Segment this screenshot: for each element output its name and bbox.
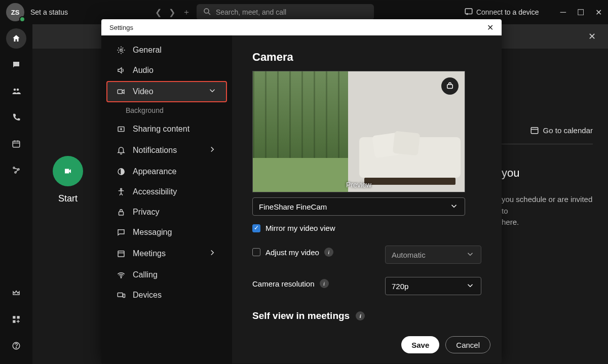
rail-calendar[interactable] xyxy=(6,134,26,154)
info-icon[interactable]: i xyxy=(320,279,329,288)
go-to-calendar-link[interactable]: Go to calendar xyxy=(502,126,593,135)
avatar[interactable]: ZS xyxy=(6,3,24,21)
calendar-icon xyxy=(117,249,126,258)
mirror-row: Mirror my video view xyxy=(252,224,481,232)
search-icon xyxy=(203,7,212,18)
rail-activity[interactable] xyxy=(6,160,26,180)
preview-action-button[interactable] xyxy=(441,77,459,95)
bell-icon xyxy=(117,146,126,155)
cast-icon xyxy=(464,7,473,18)
info-icon[interactable]: i xyxy=(356,311,365,320)
sub-text: you schedule or are invited to here. xyxy=(502,194,593,228)
svg-rect-15 xyxy=(13,320,15,323)
nav-messaging[interactable]: Messaging xyxy=(106,223,227,242)
mirror-label: Mirror my video view xyxy=(265,224,335,232)
svg-point-28 xyxy=(121,277,122,278)
minimize-button[interactable]: ─ xyxy=(560,8,566,17)
rail-home[interactable] xyxy=(6,28,26,49)
camera-heading: Camera xyxy=(252,51,481,64)
resolution-label: Camera resolution xyxy=(252,279,315,288)
svg-rect-29 xyxy=(118,293,123,297)
appearance-icon xyxy=(117,167,126,176)
save-button[interactable]: Save xyxy=(401,336,439,353)
svg-rect-13 xyxy=(13,316,15,318)
camera-preview: Preview xyxy=(252,71,465,192)
search-input[interactable]: Search, meet, and call xyxy=(197,4,374,20)
nav-general[interactable]: General xyxy=(106,41,227,60)
nav-privacy[interactable]: Privacy xyxy=(106,203,227,222)
speaker-icon xyxy=(117,66,126,75)
devices-icon xyxy=(117,291,126,300)
nav-sharing[interactable]: Sharing content xyxy=(106,119,227,139)
right-sidebar-content: Go to calendar you you schedule or are i… xyxy=(502,126,593,228)
svg-point-5 xyxy=(17,89,19,91)
svg-rect-2 xyxy=(465,9,472,14)
rail-premium[interactable] xyxy=(6,283,26,303)
rail-chat[interactable] xyxy=(6,55,26,75)
close-window-button[interactable]: ✕ xyxy=(595,8,602,17)
info-icon[interactable]: i xyxy=(324,248,333,257)
svg-rect-31 xyxy=(447,85,453,89)
wifi-icon xyxy=(117,270,126,279)
search-placeholder: Search, meet, and call xyxy=(216,8,286,16)
svg-rect-25 xyxy=(119,212,124,215)
nav-video-background[interactable]: Background xyxy=(101,103,232,118)
rail-teams[interactable] xyxy=(6,81,26,101)
chat-icon xyxy=(117,228,126,237)
modal-close-button[interactable]: ✕ xyxy=(487,23,493,32)
presence-dot xyxy=(19,16,25,22)
mirror-checkbox[interactable] xyxy=(252,224,260,232)
rail-apps[interactable] xyxy=(6,309,26,330)
rail-help[interactable] xyxy=(6,336,26,356)
camera-select-value: FineShare FineCam xyxy=(259,203,327,211)
nav-accessibility[interactable]: Accessibility xyxy=(106,182,227,201)
svg-line-1 xyxy=(208,13,210,15)
adjust-row: Adjust my video i Automatic xyxy=(252,240,481,264)
chevron-down-icon xyxy=(208,86,217,97)
camera-select[interactable]: FineShare FineCam xyxy=(252,197,465,216)
nav-notifications[interactable]: Notifications xyxy=(106,140,227,161)
rail-calls[interactable] xyxy=(6,107,26,128)
modal-title-text: Settings xyxy=(109,24,133,31)
preview-label: Preview xyxy=(346,181,371,189)
chevron-right-icon xyxy=(208,145,217,156)
adjust-select-value: Automatic xyxy=(392,251,426,259)
svg-point-3 xyxy=(467,13,468,14)
maximize-button[interactable]: ☐ xyxy=(577,8,584,17)
chevron-down-icon xyxy=(466,281,475,292)
content-scroll[interactable]: Camera Preview FineShare Fin xyxy=(232,35,502,329)
nav-video[interactable]: Video xyxy=(106,81,227,102)
nav-audio[interactable]: Audio xyxy=(106,61,227,80)
heading-fragment: you xyxy=(502,167,593,180)
forward-button[interactable]: ❯ xyxy=(169,8,175,17)
chevron-right-icon xyxy=(208,248,217,259)
new-button[interactable]: ＋ xyxy=(182,7,191,18)
chevron-down-icon xyxy=(449,201,459,212)
nav-meetings[interactable]: Meetings xyxy=(106,243,227,264)
settings-nav: General Audio Video Background Sharing c… xyxy=(101,35,232,363)
adjust-checkbox[interactable] xyxy=(252,248,260,256)
start-meeting-button[interactable] xyxy=(53,156,83,186)
nav-devices[interactable]: Devices xyxy=(106,286,227,305)
svg-rect-14 xyxy=(17,316,20,318)
nav-appearance[interactable]: Appearance xyxy=(106,162,227,181)
resolution-select[interactable]: 720p xyxy=(385,277,481,295)
avatar-initials: ZS xyxy=(11,9,20,16)
start-block: Start xyxy=(53,156,83,204)
cancel-button[interactable]: Cancel xyxy=(445,336,490,353)
window-controls: ─ ☐ ✕ xyxy=(560,8,602,17)
svg-point-0 xyxy=(204,9,209,13)
adjust-select[interactable]: Automatic xyxy=(385,246,481,264)
nav-calling[interactable]: Calling xyxy=(106,265,227,285)
back-button[interactable]: ❮ xyxy=(155,8,162,17)
connect-device-link[interactable]: Connect to a device xyxy=(464,7,539,18)
set-status-link[interactable]: Set a status xyxy=(30,8,68,16)
svg-rect-26 xyxy=(118,251,124,257)
resolution-row: Camera resolution i 720p xyxy=(252,272,481,295)
left-rail xyxy=(0,24,32,364)
banner-close-button[interactable]: ✕ xyxy=(588,31,596,42)
start-label: Start xyxy=(53,193,83,204)
resolution-select-value: 720p xyxy=(392,282,408,291)
svg-point-4 xyxy=(14,89,16,91)
svg-rect-6 xyxy=(13,141,20,147)
